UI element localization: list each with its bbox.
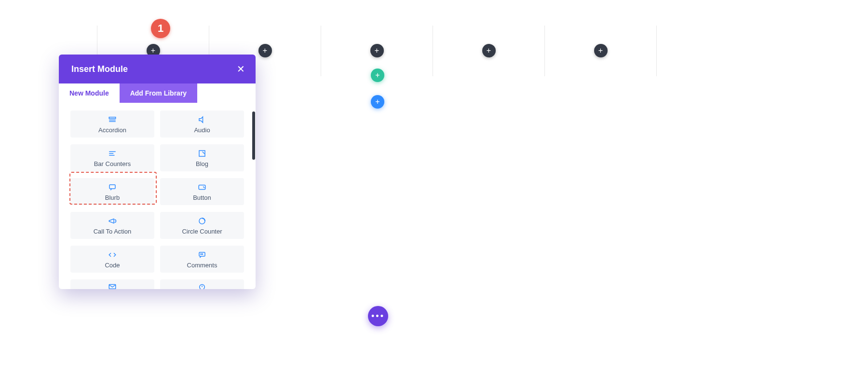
module-label: Audio <box>194 126 210 134</box>
svg-rect-8 <box>109 184 115 188</box>
module-audio[interactable]: Audio <box>160 111 244 138</box>
plus-icon: + <box>598 46 603 55</box>
tab-new-module[interactable]: New Module <box>59 83 120 103</box>
module-code[interactable]: Code <box>70 246 154 273</box>
module-label: Button <box>193 194 211 201</box>
modal-header: Insert Module ✕ <box>59 55 256 83</box>
module-bar-counters[interactable]: Bar Counters <box>70 144 154 171</box>
module-label: Comments <box>187 262 217 269</box>
module-label: Circle Counter <box>182 228 222 235</box>
svg-rect-0 <box>109 117 116 118</box>
button-icon <box>198 182 206 192</box>
module-partial-left[interactable] <box>70 279 154 289</box>
module-label: Accordion <box>98 126 126 134</box>
module-label: Call To Action <box>94 228 132 235</box>
builder-canvas: + + + + + + + 1 <box>0 0 868 388</box>
annotation-badge-1: 1 <box>151 19 170 38</box>
modal-tabs: New Module Add From Library <box>59 83 256 103</box>
audio-icon <box>198 115 206 125</box>
module-label: Code <box>105 262 120 269</box>
plus-icon: + <box>375 71 380 80</box>
svg-marker-3 <box>199 117 203 123</box>
mail-icon <box>108 282 117 289</box>
tab-add-from-library[interactable]: Add From Library <box>120 83 197 103</box>
accordion-icon <box>108 115 117 125</box>
plus-icon: + <box>151 46 155 55</box>
tab-label: Add From Library <box>130 89 187 97</box>
circle-counter-icon <box>198 216 206 226</box>
plus-icon: + <box>487 46 491 55</box>
modal-title: Insert Module <box>71 64 128 74</box>
plus-icon: + <box>375 46 379 55</box>
module-grid: Accordion Audio Bar Counters <box>59 103 256 289</box>
tab-label: New Module <box>69 89 109 97</box>
blurb-icon <box>108 182 117 192</box>
insert-module-modal: Insert Module ✕ New Module Add From Libr… <box>59 55 256 289</box>
module-partial-right[interactable] <box>160 279 244 289</box>
module-list: Accordion Audio Bar Counters <box>59 103 256 289</box>
module-label: Bar Counters <box>94 160 131 167</box>
module-accordion[interactable]: Accordion <box>70 111 154 138</box>
timer-icon <box>198 282 206 289</box>
add-section-button[interactable]: + <box>371 95 384 109</box>
svg-point-12 <box>201 253 202 254</box>
plus-icon: + <box>375 97 380 106</box>
ellipsis-icon: ••• <box>371 312 385 320</box>
svg-point-13 <box>202 253 203 254</box>
module-label: Blurb <box>105 194 120 201</box>
module-label: Blog <box>196 160 208 167</box>
comments-icon <box>198 250 206 260</box>
add-module-col-5[interactable]: + <box>594 44 608 57</box>
column-5: + <box>544 26 657 76</box>
module-button[interactable]: Button <box>160 178 244 205</box>
code-icon <box>108 250 117 260</box>
module-blog[interactable]: Blog <box>160 144 244 171</box>
megaphone-icon <box>108 216 117 226</box>
plus-icon: + <box>263 46 267 55</box>
module-comments[interactable]: Comments <box>160 246 244 273</box>
blog-icon <box>198 149 206 158</box>
module-blurb[interactable]: Blurb <box>70 178 154 205</box>
column-4: + <box>433 26 545 76</box>
builder-fab-button[interactable]: ••• <box>368 306 388 326</box>
close-icon[interactable]: ✕ <box>237 64 245 74</box>
add-module-col-3[interactable]: + <box>370 44 384 57</box>
module-call-to-action[interactable]: Call To Action <box>70 212 154 239</box>
bar-counters-icon <box>108 149 117 158</box>
add-module-col-2[interactable]: + <box>258 44 272 57</box>
module-circle-counter[interactable]: Circle Counter <box>160 212 244 239</box>
add-module-col-4[interactable]: + <box>482 44 496 57</box>
add-row-button[interactable]: + <box>371 69 384 82</box>
module-list-scrollbar[interactable] <box>252 111 255 160</box>
badge-number: 1 <box>158 22 163 35</box>
